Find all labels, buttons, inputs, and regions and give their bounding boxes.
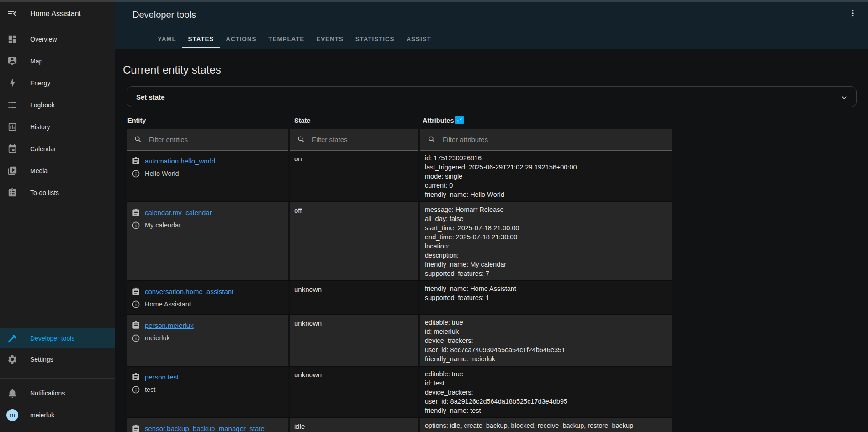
attributes-checkbox[interactable] bbox=[455, 116, 464, 124]
entity-id-link[interactable]: person.test bbox=[145, 373, 179, 381]
copy-entity-id-icon[interactable] bbox=[130, 208, 141, 217]
attribute-line: location: bbox=[425, 242, 672, 251]
sidebar-item-user[interactable]: m meierluk bbox=[0, 404, 115, 426]
cog-icon bbox=[7, 354, 18, 364]
avatar: m bbox=[6, 409, 18, 421]
attribute-line: id: meierluk bbox=[425, 327, 672, 336]
tab-states[interactable]: STATES bbox=[182, 28, 220, 49]
info-icon[interactable] bbox=[130, 169, 141, 178]
sidebar-main-items: Overview Map Energy Logbook History Cale… bbox=[0, 28, 115, 204]
entity-filter bbox=[127, 129, 288, 151]
filter-entities-input[interactable] bbox=[149, 136, 288, 143]
sidebar-item-energy[interactable]: Energy bbox=[0, 72, 115, 94]
attributes-cell: editable: trueid: meierlukdevice_tracker… bbox=[418, 315, 672, 366]
overflow-menu-icon[interactable] bbox=[848, 8, 858, 18]
attributes-cell: message: Homarr Releaseall_day: falsesta… bbox=[418, 202, 672, 280]
entity-table-body: automation.hello_world Hello World on id… bbox=[127, 151, 672, 432]
attribute-line: options: idle, create_backup, blocked, r… bbox=[425, 421, 672, 430]
tooltip-account-icon bbox=[7, 56, 18, 66]
menu-open-icon[interactable] bbox=[6, 8, 17, 19]
entity-id-link[interactable]: person.meierluk bbox=[145, 321, 194, 329]
table-row: person.test test unknown editable: truei… bbox=[127, 367, 672, 418]
attribute-line: supported_features: 7 bbox=[425, 269, 672, 278]
info-icon[interactable] bbox=[130, 334, 141, 342]
sidebar-item-label: Calendar bbox=[30, 145, 56, 153]
tab-yaml[interactable]: YAML bbox=[152, 28, 182, 49]
copy-entity-id-icon[interactable] bbox=[130, 287, 141, 296]
sidebar-item-label: To-do lists bbox=[30, 189, 59, 196]
sidebar-item-developer-tools[interactable]: Developer tools bbox=[0, 328, 115, 348]
tab-assist[interactable]: ASSIST bbox=[400, 28, 437, 49]
entity-id-link[interactable]: calendar.my_calendar bbox=[145, 209, 212, 216]
copy-entity-id-icon[interactable] bbox=[130, 157, 141, 165]
attribute-line: supported_features: 1 bbox=[425, 293, 672, 302]
copy-entity-id-icon[interactable] bbox=[130, 321, 141, 330]
tab-label: ACTIONS bbox=[226, 36, 256, 42]
attribute-line: id: 1751230926816 bbox=[425, 153, 672, 163]
sidebar-item-media[interactable]: Media bbox=[0, 160, 115, 182]
tab-statistics[interactable]: STATISTICS bbox=[349, 28, 401, 49]
table-row: sensor.backup_backup_manager_state Backu… bbox=[127, 418, 672, 432]
attribute-line: message: Homarr Release bbox=[425, 205, 672, 214]
entity-id-link[interactable]: automation.hello_world bbox=[145, 157, 215, 165]
sidebar-item-settings[interactable]: Settings bbox=[0, 348, 115, 370]
tab-template[interactable]: TEMPLATE bbox=[262, 28, 310, 49]
attribute-line: id: test bbox=[425, 379, 672, 388]
state-filter bbox=[290, 129, 418, 151]
entity-id-link[interactable]: conversation.home_assistant bbox=[145, 288, 233, 295]
state-cell: unknown bbox=[288, 281, 418, 314]
entity-cell: sensor.backup_backup_manager_state Backu… bbox=[127, 418, 288, 432]
copy-entity-id-icon[interactable] bbox=[130, 373, 141, 381]
search-icon bbox=[297, 135, 306, 144]
tab-label: EVENTS bbox=[316, 36, 343, 42]
attribute-line: last_triggered: 2025-06-29T21:02:29.1921… bbox=[425, 163, 672, 172]
sidebar-item-history[interactable]: History bbox=[0, 116, 115, 138]
entity-cell: conversation.home_assistant Home Assista… bbox=[127, 281, 288, 314]
chevron-down-icon[interactable] bbox=[840, 93, 849, 102]
sidebar-item-overview[interactable]: Overview bbox=[0, 28, 115, 50]
page-title: Developer tools bbox=[132, 10, 196, 20]
view-dashboard-icon bbox=[7, 34, 18, 44]
sidebar-item-map[interactable]: Map bbox=[0, 50, 115, 72]
attribute-line: user_id: 8ec7ca7409304a5ea54c1f24b646e35… bbox=[425, 345, 672, 354]
tab-actions[interactable]: ACTIONS bbox=[220, 28, 262, 49]
hammer-icon bbox=[7, 333, 18, 343]
info-icon[interactable] bbox=[130, 300, 141, 309]
filter-states-input[interactable] bbox=[312, 136, 418, 143]
attribute-line: all_day: false bbox=[425, 214, 672, 223]
column-header-state: State bbox=[294, 117, 310, 124]
play-box-multiple-icon bbox=[7, 166, 18, 176]
attribute-line: friendly_name: My calendar bbox=[425, 260, 672, 269]
sidebar-item-calendar[interactable]: Calendar bbox=[0, 138, 115, 160]
section-heading: Current entity states bbox=[123, 63, 221, 76]
sidebar-item-label: Notifications bbox=[30, 390, 65, 397]
attribute-line: device_trackers: bbox=[425, 336, 672, 345]
bell-icon bbox=[7, 388, 18, 398]
sidebar-item-notifications[interactable]: Notifications bbox=[0, 382, 115, 404]
table-row: conversation.home_assistant Home Assista… bbox=[127, 281, 672, 315]
tab-events[interactable]: EVENTS bbox=[310, 28, 349, 49]
sidebar-item-label: History bbox=[30, 123, 50, 131]
filter-attributes-input[interactable] bbox=[443, 136, 672, 143]
main-content: Current entity states Set state Entity S… bbox=[115, 49, 868, 432]
attribute-line: start_time: 2025-07-18 21:00:00 bbox=[425, 223, 672, 232]
sidebar-divider bbox=[0, 378, 115, 379]
column-header-attributes: Attributes bbox=[423, 117, 454, 124]
attribute-line: friendly_name: Home Assistant bbox=[425, 284, 672, 293]
info-icon[interactable] bbox=[130, 221, 141, 230]
copy-entity-id-icon[interactable] bbox=[130, 424, 141, 432]
chart-box-icon bbox=[7, 122, 18, 132]
attribute-line: friendly_name: test bbox=[425, 406, 672, 415]
sidebar-item-label: Media bbox=[30, 167, 48, 174]
attributes-cell: editable: trueid: testdevice_trackers:us… bbox=[418, 367, 672, 417]
tab-active-indicator bbox=[182, 47, 220, 48]
entity-friendly-name: test bbox=[145, 386, 155, 393]
entity-id-link[interactable]: sensor.backup_backup_manager_state bbox=[145, 425, 265, 432]
set-state-expander[interactable]: Set state bbox=[127, 86, 857, 107]
tab-label: TEMPLATE bbox=[268, 36, 304, 42]
sidebar-item-logbook[interactable]: Logbook bbox=[0, 94, 115, 116]
sidebar-item-to-do-lists[interactable]: To-do lists bbox=[0, 182, 115, 204]
info-icon[interactable] bbox=[130, 385, 141, 394]
check-icon bbox=[456, 117, 463, 123]
state-cell: idle bbox=[288, 418, 418, 432]
